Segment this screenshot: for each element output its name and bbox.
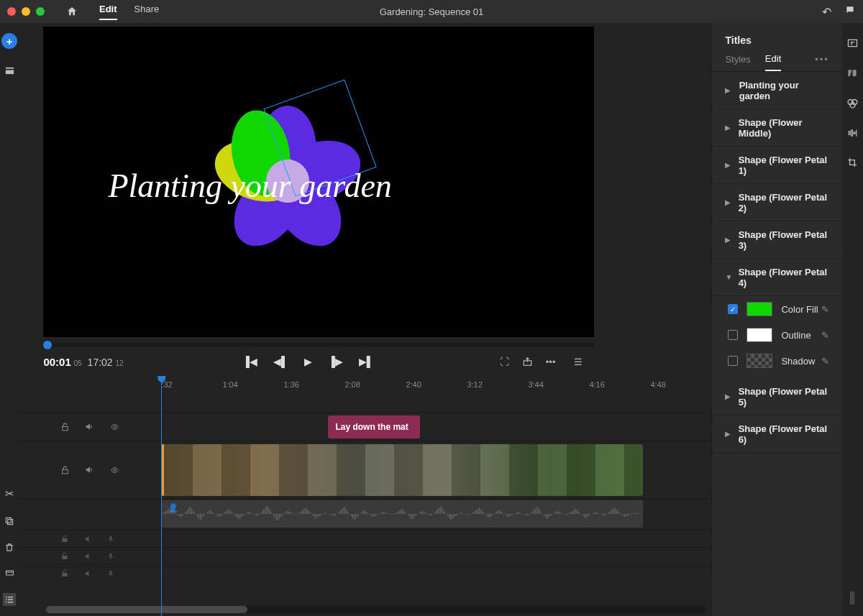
svg-rect-32 (852, 592, 854, 604)
video-track (19, 441, 711, 498)
svg-rect-20 (110, 553, 112, 557)
layer-item-shape-expanded[interactable]: ▼Shape (Flower Petal 4) (712, 259, 841, 296)
shadow-swatch[interactable] (746, 354, 772, 368)
comment-icon[interactable] (844, 5, 856, 19)
layer-item-text[interactable]: ▶Planting your garden (712, 72, 841, 109)
timeline-playhead[interactable] (161, 376, 162, 616)
lock-icon[interactable] (60, 551, 69, 561)
minimize-window-icon[interactable] (22, 7, 30, 16)
mute-icon[interactable] (83, 552, 93, 561)
layer-item-shape[interactable]: ▶Shape (Flower Middle) (712, 109, 841, 147)
maximize-window-icon[interactable] (36, 7, 45, 16)
share-icon[interactable] (522, 357, 533, 367)
outline-swatch[interactable] (746, 328, 772, 342)
tab-edit[interactable]: Edit (765, 53, 781, 71)
timeline-options-icon[interactable] (3, 593, 16, 606)
scrollbar-thumb[interactable] (46, 606, 247, 613)
transitions-icon[interactable] (846, 68, 858, 78)
transport-bar: 00:01 05 17:02 12 ▐◀ ◀▌ ▶ ▐▶ ▶▌ ⛶ ••• ☰ (19, 347, 597, 376)
svg-rect-31 (850, 592, 851, 604)
timeline: :32 1:04 1:36 2:08 2:40 3:12 3:44 4:16 4… (19, 376, 711, 616)
adjust-icon[interactable] (850, 590, 854, 606)
chevron-right-icon: ▶ (725, 124, 738, 132)
mute-icon[interactable] (83, 535, 93, 543)
eyedropper-icon[interactable]: ✎ (821, 304, 829, 315)
layer-item-shape[interactable]: ▶Shape (Flower Petal 1) (712, 147, 841, 184)
menu-edit[interactable]: Edit (99, 4, 117, 20)
titlebar: Edit Share Gardening: Sequence 01 ↶ (0, 0, 863, 23)
mic-icon[interactable] (107, 551, 114, 561)
right-tool-rail (842, 23, 863, 616)
color-icon[interactable] (846, 97, 859, 109)
scissors-icon[interactable]: ✂ (5, 487, 14, 500)
shadow-checkbox[interactable] (728, 356, 738, 366)
mic-icon[interactable] (107, 569, 114, 578)
eyedropper-icon[interactable]: ✎ (821, 330, 829, 341)
title-text-overlay[interactable]: Planting your garden (108, 167, 391, 205)
property-shadow: Shadow ✎ (712, 348, 841, 374)
color-fill-checkbox[interactable] (728, 304, 738, 314)
svg-rect-0 (6, 68, 14, 69)
svg-rect-1 (6, 70, 14, 75)
svg-rect-6 (6, 597, 7, 598)
chevron-right-icon: ▶ (725, 161, 738, 169)
svg-rect-2 (6, 518, 12, 523)
home-icon[interactable] (66, 6, 78, 17)
voiceover-track-2 (19, 547, 711, 564)
svg-rect-3 (8, 520, 13, 525)
svg-rect-29 (854, 132, 855, 134)
svg-rect-23 (848, 40, 857, 46)
horizontal-scrollbar[interactable] (46, 606, 706, 613)
audio-waveform[interactable]: 👤 (161, 500, 643, 528)
visibility-icon[interactable] (109, 466, 121, 474)
window-controls (7, 7, 45, 16)
color-fill-swatch[interactable] (746, 302, 772, 316)
add-button[interactable]: + (1, 33, 17, 49)
voiceover-track-3 (19, 564, 711, 581)
visibility-icon[interactable] (109, 423, 121, 431)
layer-item-shape[interactable]: ▶Shape (Flower Petal 3) (712, 221, 841, 259)
tab-styles[interactable]: Styles (725, 54, 750, 70)
eyedropper-icon[interactable]: ✎ (821, 356, 829, 367)
title-clip[interactable]: Lay down the mat (328, 415, 420, 438)
prev-clip-icon[interactable]: ▐◀ (242, 356, 257, 367)
project-panel-icon[interactable] (4, 65, 15, 75)
layer-item-shape[interactable]: ▶Shape (Flower Petal 2) (712, 184, 841, 221)
top-menu: Edit Share (99, 4, 159, 20)
layer-item-shape[interactable]: ▶Shape (Flower Petal 6) (712, 415, 841, 453)
export-frame-icon[interactable] (4, 569, 15, 577)
lock-icon[interactable] (60, 422, 70, 432)
chevron-right-icon: ▶ (725, 236, 738, 244)
mute-icon[interactable] (84, 422, 94, 431)
video-clip[interactable] (161, 444, 643, 496)
outline-checkbox[interactable] (728, 330, 738, 340)
svg-rect-9 (8, 599, 13, 601)
titles-tool-icon[interactable] (846, 37, 859, 49)
mic-icon[interactable] (107, 534, 114, 543)
duplicate-icon[interactable] (4, 516, 14, 526)
play-icon[interactable]: ▶ (304, 356, 312, 367)
trash-icon[interactable] (4, 542, 14, 553)
lock-icon[interactable] (60, 534, 69, 543)
mute-icon[interactable] (83, 569, 93, 578)
panel-menu-icon[interactable]: ••• (815, 54, 829, 70)
property-outline: Outline ✎ (712, 322, 841, 348)
lock-icon[interactable] (60, 569, 69, 578)
more-icon[interactable]: ••• (546, 357, 556, 367)
next-clip-icon[interactable]: ▶▌ (359, 356, 374, 367)
time-ruler[interactable]: :32 1:04 1:36 2:08 2:40 3:12 3:44 4:16 4… (19, 376, 711, 393)
mute-icon[interactable] (84, 465, 94, 474)
step-back-icon[interactable]: ◀▌ (273, 356, 288, 367)
layer-item-shape[interactable]: ▶Shape (Flower Petal 5) (712, 378, 841, 415)
undo-icon[interactable]: ↶ (822, 5, 831, 19)
step-forward-icon[interactable]: ▐▶ (328, 356, 343, 367)
close-window-icon[interactable] (7, 7, 16, 16)
menu-lines-icon[interactable]: ☰ (574, 357, 583, 367)
preview-monitor[interactable]: Planting your garden (43, 27, 594, 337)
menu-share[interactable]: Share (134, 4, 160, 20)
lock-icon[interactable] (60, 465, 70, 475)
timecode-display: 00:01 05 17:02 12 (43, 356, 123, 368)
crop-icon[interactable] (846, 157, 858, 168)
fullscreen-icon[interactable]: ⛶ (500, 357, 509, 367)
audio-icon[interactable] (846, 128, 859, 138)
